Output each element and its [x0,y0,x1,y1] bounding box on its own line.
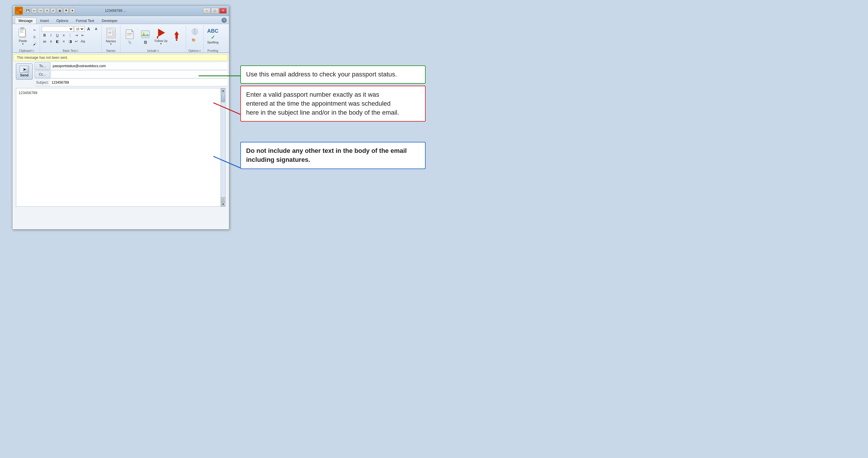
annotation-red-line1: Enter a valid passport number exactly as… [246,91,379,98]
tab-insert[interactable]: Insert [36,18,53,24]
paste-button[interactable]: Paste ▼ [16,26,30,47]
redo-qat-btn[interactable]: ↪ [38,8,43,13]
cut-button[interactable]: ✂ [31,27,38,33]
theme-btn[interactable] [190,27,199,36]
font-select[interactable] [42,26,73,32]
paste-label: Paste [19,39,27,42]
ribbon-group-basic-text: 11 A A B I U ≡ ⋮ ⇥ ⇤ ab [40,25,102,52]
svg-rect-0 [16,8,19,11]
bold-button[interactable]: B [42,32,48,38]
scrollbar-vertical[interactable]: ▲ ⋮ ▼ [221,88,225,206]
names-label: Names [106,39,116,43]
clipboard-expand-icon[interactable]: ⊡ [32,50,34,52]
annotation-blue-text: Do not include any other text in the bod… [246,147,407,163]
email-body[interactable]: 123456789 [16,88,225,97]
annotation-green: Use this email address to check your pas… [240,65,426,84]
window-title: 123456789 ... [105,9,126,13]
cc-button[interactable]: Cc... [34,71,51,78]
basic-text-content: 11 A A B I U ≡ ⋮ ⇥ ⇤ ab [42,26,100,49]
basic-text-expand-icon[interactable]: ⊡ [76,50,79,52]
names-button[interactable]: Names ▼ [103,26,118,47]
spelling-button[interactable]: ABC ✓ Spelling [205,26,220,47]
cut-qat-btn[interactable]: ✕ [44,8,50,13]
title-bar: 💾 ↩ ↪ ✕ ✔ ▦ ⚑ ▼ 123456789 ... − □ ✕ [12,5,229,16]
send-icon: ➤ [20,66,29,73]
rtl-btn[interactable]: ↩ [73,38,79,44]
attach-file-button[interactable]: 📎 [122,26,137,47]
flag-qat-btn[interactable]: ⚑ [63,8,69,13]
more-qat-btn[interactable]: ▼ [70,8,75,13]
annotation-green-text: Use this email address to check your pas… [246,71,397,78]
grid-qat-btn[interactable]: ▦ [57,8,62,13]
to-input[interactable] [52,63,227,69]
options-group-label: Options [188,49,198,52]
text-color-btn[interactable]: ab [42,38,48,44]
include-expand-icon[interactable]: ⊡ [157,50,159,52]
proofing-label: Proofing [207,49,218,52]
compose-area: ➤ Send To... Cc... Subject: [12,62,229,209]
underline-button[interactable]: U [55,32,60,38]
clipboard-smalls: ✂ ⎘ 🖌 [31,27,38,47]
align-center-btn[interactable]: ≡ [61,38,67,44]
basic-text-label: Basic Text [63,49,76,52]
highlight-btn[interactable]: A [48,38,54,44]
check-qat-btn[interactable]: ✔ [51,8,56,13]
annotation-blue: Do not include any other text in the bod… [240,142,426,169]
numbering-button[interactable]: ⋮ [67,32,73,38]
help-button[interactable]: ? [221,18,227,23]
increase-font-btn[interactable]: A [85,26,92,32]
tab-developer[interactable]: Developer [98,18,121,24]
indent-button[interactable]: ⇥ [73,32,79,38]
scroll-up-btn[interactable]: ▲ [221,88,225,93]
names-arrow: ▼ [110,43,112,45]
svg-rect-16 [127,33,132,34]
picture-button[interactable]: 🖼 [138,26,153,47]
not-sent-bar: This message has not been sent. [13,54,228,61]
bullets-button[interactable]: ≡ [61,32,67,38]
maximize-btn[interactable]: □ [211,8,219,13]
email-body-container: 123456789 ▲ ⋮ ▼ [16,88,225,207]
compose-fields: To... Cc... Subject: [34,62,227,87]
styles-btn[interactable]: Aa [80,38,86,44]
options-paint-btn[interactable]: 🎨 [190,37,197,43]
options-expand-icon[interactable]: ⊡ [199,50,201,52]
clipboard-label: Clipboard [19,49,32,52]
scroll-mid-btn[interactable]: ⋮ [221,197,225,202]
svg-rect-14 [108,33,111,33]
scroll-thumb[interactable] [221,93,225,102]
ribbon: Paste ▼ ✂ ⎘ 🖌 Clipboard ⊡ [12,24,229,53]
color-row: ab A ◧ ≡ ◨ ↩ Aa [42,38,100,44]
options-content: 🎨 [190,26,199,49]
minimize-btn[interactable]: − [203,8,211,13]
svg-rect-9 [20,31,23,32]
italic-button[interactable]: I [48,32,54,38]
format-painter-button[interactable]: 🖌 [31,41,38,47]
tab-options[interactable]: Options [53,18,72,24]
subject-input[interactable] [51,79,227,86]
scroll-track[interactable] [221,93,225,197]
send-button[interactable]: ➤ Send [16,63,33,80]
copy-button[interactable]: ⎘ [31,34,38,40]
subject-field-row: Subject: [34,79,227,86]
tab-message[interactable]: Message [15,18,36,24]
save-qat-btn[interactable]: 💾 [25,8,30,13]
align-left-btn[interactable]: ◧ [55,38,60,44]
clipboard-label-row: Clipboard ⊡ [19,49,34,52]
align-right-btn[interactable]: ◨ [67,38,73,44]
svg-rect-18 [141,31,149,37]
cc-input[interactable] [52,71,227,78]
undo-qat-btn[interactable]: ↩ [32,8,37,13]
follow-up-button[interactable]: Follow Up ▼ [153,26,168,47]
decrease-font-btn[interactable]: A [93,26,100,32]
close-btn[interactable]: ✕ [219,8,227,13]
send-label: Send [20,73,28,77]
importance-high-button[interactable] [169,26,184,47]
scroll-down-btn[interactable]: ▼ [221,202,225,206]
ribbon-tab-bar: Message Insert Options Format Text Devel… [12,16,229,24]
svg-rect-12 [108,29,113,31]
tab-format-text[interactable]: Format Text [72,18,98,24]
outdent-button[interactable]: ⇤ [80,32,86,38]
to-button[interactable]: To... [34,62,51,70]
spelling-label: Spelling [207,40,218,44]
font-size-select[interactable]: 11 [74,26,85,32]
